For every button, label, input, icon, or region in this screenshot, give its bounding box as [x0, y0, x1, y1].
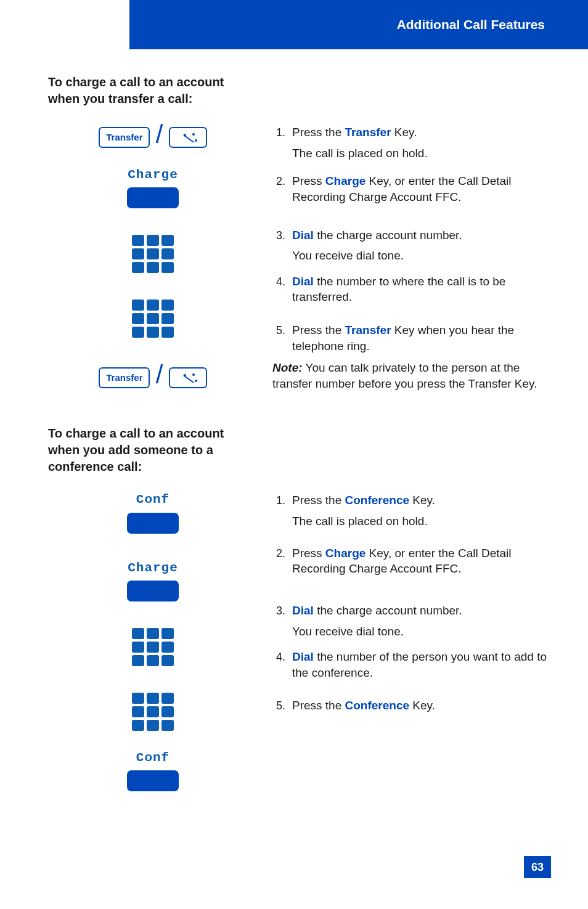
- keypad-icon: [132, 300, 174, 338]
- header-bar: Additional Call Features: [0, 0, 588, 49]
- step-4: Dial the number to where the call is to …: [288, 274, 551, 305]
- conf-softkey-label: Conf: [48, 491, 258, 508]
- section2-steps: Press the Conference Key. The call is pl…: [272, 491, 551, 810]
- transfer-key-icon: Transfer: [99, 367, 150, 388]
- step-1: Press the Conference Key. The call is pl…: [288, 492, 551, 529]
- softkey-icon: [127, 770, 179, 791]
- dial-keyword: Dial: [292, 275, 314, 288]
- softkey-icon: [127, 513, 179, 534]
- section1-title: To charge a call to an account when you …: [48, 74, 251, 107]
- section2-title: To charge a call to an account when you …: [48, 425, 251, 475]
- conference-keyword: Conference: [345, 494, 410, 507]
- transfer-key-icon: Transfer: [99, 127, 150, 148]
- step-2: Press Charge Key, or enter the Call Deta…: [288, 173, 551, 205]
- section1-steps: Press the Transfer Key. The call is plac…: [272, 123, 551, 407]
- charge-keyword: Charge: [325, 174, 365, 187]
- step-4: Dial the number of the person you want t…: [288, 649, 551, 680]
- note-text: You can talk privately to the person at …: [272, 361, 537, 390]
- note-label: Note:: [272, 361, 303, 374]
- transfer-keyword: Transfer: [345, 126, 391, 139]
- step-1: Press the Transfer Key. The call is plac…: [288, 124, 551, 161]
- slash-icon: /: [156, 366, 163, 383]
- charge-softkey-label: Charge: [48, 166, 258, 184]
- charge-keyword: Charge: [325, 547, 365, 560]
- step-1-sub: The call is placed on hold.: [292, 513, 551, 529]
- step-2: Press Charge Key, or enter the Call Deta…: [288, 545, 551, 577]
- section2-icons: Conf Charge Conf: [48, 491, 258, 810]
- step-3-sub: You receive dial tone.: [292, 624, 551, 640]
- page-header-title: Additional Call Features: [397, 16, 545, 33]
- charge-softkey-label: Charge: [48, 560, 258, 577]
- page-number: 63: [524, 856, 551, 878]
- step-3-sub: You receive dial tone.: [292, 248, 551, 264]
- transfer-keyword: Transfer: [345, 324, 391, 336]
- step-5: Press the Transfer Key when you hear the…: [288, 322, 551, 354]
- header-title-bar: Additional Call Features: [129, 0, 588, 49]
- step-3: Dial the charge account number. You rece…: [288, 227, 551, 264]
- dial-keyword: Dial: [292, 650, 314, 663]
- step-1-sub: The call is placed on hold.: [292, 145, 551, 161]
- dial-keyword: Dial: [292, 604, 314, 617]
- slash-icon: /: [156, 126, 163, 143]
- section1-note: Note: You can talk privately to the pers…: [272, 360, 551, 391]
- dial-keyword: Dial: [292, 229, 314, 242]
- step-3: Dial the charge account number. You rece…: [288, 603, 551, 639]
- softkey-icon: [127, 187, 179, 208]
- conf-softkey-label: Conf: [48, 749, 258, 767]
- conference-keyword: Conference: [345, 699, 410, 712]
- directory-key-icon: [169, 127, 207, 148]
- keypad-icon: [132, 693, 174, 731]
- directory-key-icon: [169, 367, 207, 388]
- step-5: Press the Conference Key.: [288, 698, 551, 714]
- keypad-icon: [132, 235, 174, 273]
- header-gap: [0, 0, 129, 49]
- section1-icons: Transfer / Charge Transfer /: [48, 123, 258, 407]
- softkey-icon: [127, 581, 179, 601]
- keypad-icon: [132, 628, 174, 666]
